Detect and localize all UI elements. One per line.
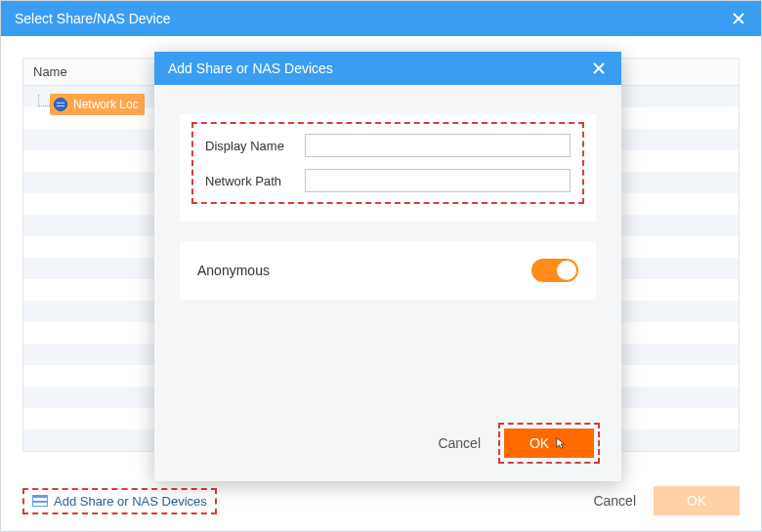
add-share-label: Add Share or NAS Devices bbox=[54, 494, 207, 509]
ok-button[interactable]: OK bbox=[504, 429, 594, 458]
globe-icon bbox=[54, 98, 67, 111]
select-share-title: Select Share/NAS Device bbox=[15, 1, 171, 36]
network-path-row: Network Path bbox=[205, 169, 571, 192]
select-share-actions: Cancel OK bbox=[593, 486, 740, 515]
anonymous-label: Anonymous bbox=[197, 263, 270, 278]
anonymous-toggle[interactable] bbox=[531, 259, 578, 282]
add-share-title: Add Share or NAS Devices bbox=[168, 52, 333, 85]
sidebar-item-label: Network Loc bbox=[73, 98, 139, 111]
close-icon[interactable] bbox=[590, 60, 608, 77]
network-path-input[interactable] bbox=[305, 169, 571, 192]
toggle-knob bbox=[557, 261, 576, 280]
cancel-button[interactable]: Cancel bbox=[438, 435, 481, 451]
display-name-input[interactable] bbox=[305, 134, 571, 157]
close-icon[interactable] bbox=[730, 10, 747, 27]
add-share-body: Display Name Network Path Anonymous bbox=[154, 85, 621, 300]
ok-label: OK bbox=[529, 435, 549, 451]
add-share-link[interactable]: Add Share or NAS Devices bbox=[22, 488, 217, 514]
cancel-button[interactable]: Cancel bbox=[593, 493, 636, 509]
display-name-label: Display Name bbox=[205, 139, 295, 153]
tree-connector bbox=[38, 95, 50, 106]
add-share-dialog: Add Share or NAS Devices Display Name Ne… bbox=[154, 52, 621, 481]
add-share-footer: Cancel OK bbox=[438, 423, 600, 464]
cursor-icon bbox=[555, 436, 569, 450]
list-icon bbox=[32, 495, 48, 507]
sidebar-item-network-location[interactable]: Network Loc bbox=[50, 94, 145, 115]
ok-highlight-wrap: OK bbox=[498, 423, 600, 464]
ok-button-disabled: OK bbox=[654, 486, 740, 515]
select-share-footer: Add Share or NAS Devices Cancel OK bbox=[22, 486, 740, 515]
display-name-row: Display Name bbox=[205, 134, 571, 157]
anonymous-panel: Anonymous bbox=[180, 241, 596, 300]
form-panel: Display Name Network Path bbox=[180, 114, 596, 222]
add-share-titlebar: Add Share or NAS Devices bbox=[154, 52, 621, 85]
network-path-label: Network Path bbox=[205, 174, 295, 188]
select-share-titlebar: Select Share/NAS Device bbox=[1, 1, 761, 36]
form-highlight-group: Display Name Network Path bbox=[191, 122, 584, 204]
